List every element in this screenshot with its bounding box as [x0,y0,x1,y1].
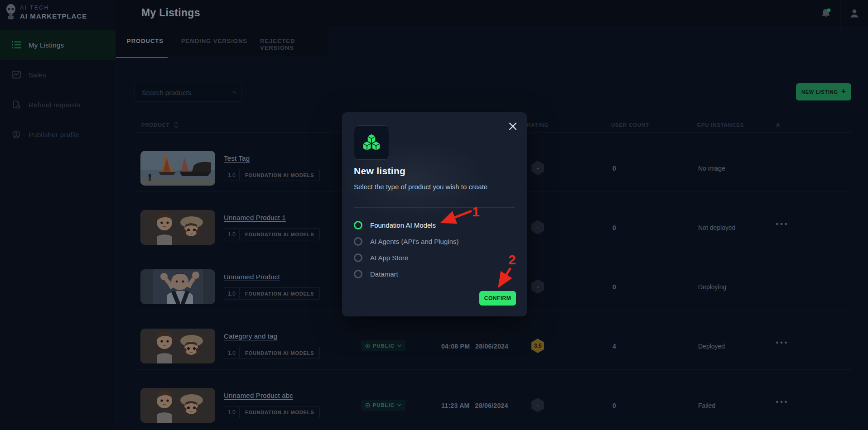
modal-divider [354,207,515,208]
option-label: AI App Store [370,254,408,262]
radio-icon[interactable] [354,237,362,246]
product-type-options: Foundation AI Models AI Agents (API's an… [354,217,515,282]
option-label: AI Agents (API's and Plugins) [370,238,458,245]
close-icon [509,122,517,130]
modal-icon-tile [354,125,389,160]
option-label: Foundation AI Models [370,221,436,229]
green-cubes-icon [361,133,382,153]
modal-close-button[interactable] [507,120,519,132]
radio-icon[interactable] [354,270,362,278]
option-label: Datamart [370,270,398,278]
product-type-option[interactable]: AI Agents (API's and Plugins) [354,233,515,249]
modal-subtitle: Select the type of product you wish to c… [354,183,487,191]
radio-icon[interactable] [354,221,362,229]
product-type-option[interactable]: AI App Store [354,249,515,266]
confirm-button[interactable]: CONFIRM [479,291,516,306]
radio-icon[interactable] [354,253,362,262]
product-type-option[interactable]: Foundation AI Models [354,217,515,233]
new-listing-modal: New listing Select the type of product y… [342,112,527,316]
modal-title: New listing [354,166,405,177]
app-window: AI TECH AI MARKETPLACE My Listings Sales [0,0,868,430]
product-type-option[interactable]: Datamart [354,266,515,282]
